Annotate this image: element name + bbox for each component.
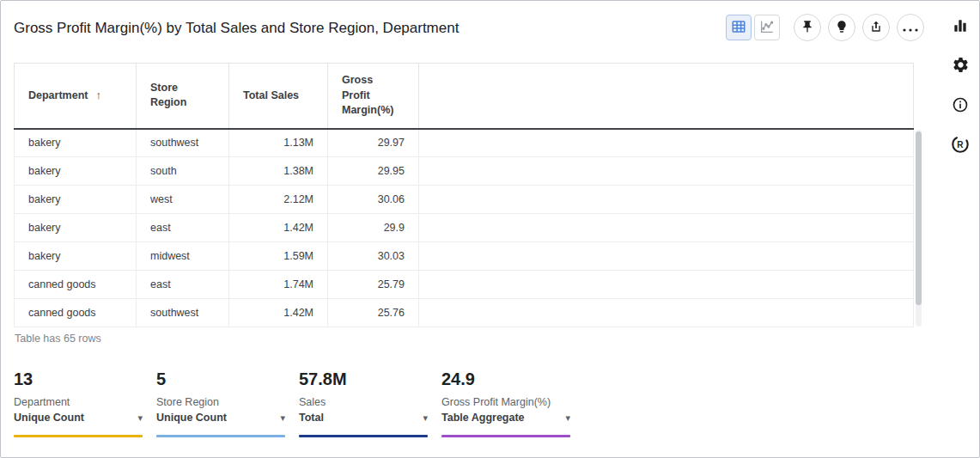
- cell-total-sales: 1.38M: [229, 157, 328, 186]
- summary-label: Sales: [299, 396, 428, 408]
- column-header-filler: [419, 64, 914, 129]
- cell-store-region: east: [137, 271, 229, 299]
- table-row: bakery east 1.42M 29.9: [15, 214, 914, 242]
- summary-value: 13: [14, 369, 143, 389]
- aggregate-dropdown[interactable]: Unique Count ▾: [14, 412, 143, 424]
- info-icon: [952, 96, 969, 116]
- brand-logo-button[interactable]: R: [950, 135, 971, 156]
- gear-icon: [952, 56, 970, 76]
- cell-gross-profit-margin: 25.76: [328, 299, 419, 327]
- cell-filler: [419, 299, 914, 327]
- cell-department: bakery: [15, 242, 137, 271]
- table-row: bakery south 1.38M 29.95: [15, 157, 914, 186]
- chart-title: Gross Profit Margin(%) by Total Sales an…: [14, 20, 459, 37]
- toolbar: [726, 14, 924, 41]
- cell-gross-profit-margin: 30.03: [328, 242, 419, 271]
- share-export-icon: [869, 20, 883, 36]
- cell-total-sales: 1.13M: [229, 129, 328, 157]
- pushpin-icon: [800, 20, 814, 36]
- lightbulb-icon: [835, 20, 849, 36]
- summary-card-gross-profit-margin: 24.9 Gross Profit Margin(%) Table Aggreg…: [441, 369, 570, 437]
- cell-total-sales: 1.42M: [229, 299, 328, 327]
- cell-gross-profit-margin: 29.9: [328, 214, 419, 242]
- chevron-down-icon: ▾: [423, 412, 428, 424]
- export-button[interactable]: [862, 14, 890, 41]
- aggregate-dropdown[interactable]: Unique Count ▾: [156, 412, 285, 424]
- chevron-down-icon: ▾: [137, 412, 143, 424]
- summary-value: 5: [156, 369, 285, 389]
- cell-filler: [419, 186, 914, 214]
- row-count-note: Table has 65 rows: [15, 333, 101, 345]
- aggregate-label: Total: [299, 412, 324, 424]
- cell-store-region: southwest: [137, 299, 229, 327]
- charts-rail-button[interactable]: [950, 16, 971, 37]
- column-header-department[interactable]: Department↑: [15, 64, 137, 129]
- table-grid-icon: [731, 19, 746, 37]
- table-scrollbar: [916, 130, 922, 327]
- chart-view-toggle[interactable]: [754, 15, 780, 40]
- column-header-store-region[interactable]: Store Region: [137, 64, 229, 129]
- aggregate-dropdown[interactable]: Table Aggregate ▾: [441, 412, 570, 424]
- summary-label: Store Region: [156, 396, 285, 408]
- aggregate-label: Unique Count: [156, 412, 227, 424]
- table-view-toggle[interactable]: [726, 15, 752, 40]
- aggregate-label: Unique Count: [14, 412, 84, 424]
- series-color-bar: [156, 435, 285, 437]
- cell-store-region: southwest: [137, 129, 229, 157]
- scrollbar-thumb[interactable]: [916, 131, 922, 305]
- column-header-label: Total Sales: [243, 89, 299, 101]
- cell-total-sales: 2.12M: [229, 186, 328, 214]
- table-row: bakery southwest 1.13M 29.97: [15, 129, 914, 157]
- cell-department: canned goods: [15, 299, 137, 327]
- cell-filler: [419, 129, 914, 157]
- summary-value: 24.9: [441, 369, 570, 389]
- table-header-row: Department↑ Store Region Total Sales Gro…: [15, 64, 914, 129]
- summary-card-store-region: 5 Store Region Unique Count ▾: [156, 369, 285, 437]
- cell-filler: [419, 242, 914, 271]
- table-row: bakery midwest 1.59M 30.03: [15, 242, 914, 271]
- sort-ascending-icon: ↑: [95, 89, 101, 101]
- dashboard-card: Gross Profit Margin(%) by Total Sales an…: [0, 0, 980, 458]
- chevron-down-icon: ▾: [280, 412, 285, 424]
- series-color-bar: [299, 435, 428, 437]
- cell-filler: [419, 271, 914, 299]
- pin-button[interactable]: [794, 14, 821, 41]
- table-row: bakery west 2.12M 30.06: [15, 186, 914, 214]
- summary-card-department: 13 Department Unique Count ▾: [14, 369, 143, 437]
- column-header-label: Gross Profit Margin(%): [342, 73, 392, 119]
- summary-card-sales: 57.8M Sales Total ▾: [299, 369, 428, 437]
- cell-store-region: south: [137, 157, 229, 186]
- series-color-bar: [14, 435, 143, 437]
- settings-rail-button[interactable]: [950, 56, 971, 76]
- ellipsis-icon: [903, 21, 918, 34]
- svg-text:R: R: [957, 139, 964, 149]
- summary-label: Department: [14, 396, 143, 408]
- cell-gross-profit-margin: 29.97: [328, 129, 419, 157]
- column-header-label: Department: [28, 89, 88, 101]
- cell-gross-profit-margin: 25.79: [328, 271, 419, 299]
- insights-button[interactable]: [828, 14, 855, 41]
- view-toggle-group: [726, 15, 780, 40]
- right-rail: R: [947, 16, 973, 156]
- cell-department: bakery: [15, 186, 137, 214]
- column-header-total-sales[interactable]: Total Sales: [229, 64, 328, 129]
- cell-store-region: midwest: [137, 242, 229, 271]
- brand-logo-icon: R: [951, 135, 970, 156]
- table-row: canned goods southwest 1.42M 25.76: [15, 299, 914, 327]
- summary-value: 57.8M: [299, 369, 428, 389]
- cell-total-sales: 1.59M: [229, 242, 328, 271]
- cell-store-region: west: [137, 186, 229, 214]
- summary-label: Gross Profit Margin(%): [441, 396, 570, 408]
- cell-gross-profit-margin: 29.95: [328, 157, 419, 186]
- aggregate-dropdown[interactable]: Total ▾: [299, 412, 428, 424]
- table-row: canned goods east 1.74M 25.79: [15, 271, 914, 299]
- summary-cards: 13 Department Unique Count ▾ 5 Store Reg…: [14, 369, 570, 437]
- more-options-button[interactable]: [897, 14, 924, 41]
- column-header-gross-profit-margin[interactable]: Gross Profit Margin(%): [328, 64, 419, 129]
- info-rail-button[interactable]: [950, 95, 971, 116]
- data-table: Department↑ Store Region Total Sales Gro…: [14, 63, 914, 327]
- cell-total-sales: 1.42M: [229, 214, 328, 242]
- line-chart-icon: [759, 19, 775, 37]
- bar-chart-icon: [952, 17, 969, 37]
- aggregate-label: Table Aggregate: [441, 412, 525, 424]
